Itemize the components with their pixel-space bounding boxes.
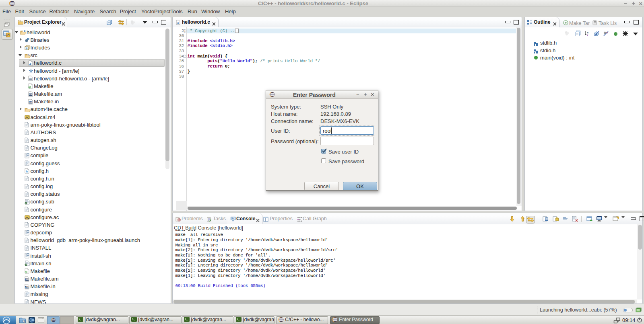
svg-text:C: C xyxy=(7,33,10,37)
svg-text:C: C xyxy=(28,53,30,55)
svg-text:AM: AM xyxy=(29,93,32,96)
svg-text:AM: AM xyxy=(29,101,32,103)
svg-text:AM: AM xyxy=(25,278,29,281)
svg-text:h: h xyxy=(26,170,28,173)
svg-text:AM: AM xyxy=(25,286,29,288)
svg-text:AC: AC xyxy=(25,116,29,119)
svg-text:h: h xyxy=(26,47,27,50)
svg-text:AC: AC xyxy=(25,216,29,219)
svg-text:C: C xyxy=(24,30,26,32)
svg-text:.c: .c xyxy=(29,62,31,65)
svg-text:010: 010 xyxy=(29,78,33,80)
svg-text:z: z xyxy=(587,34,588,37)
svg-text:a: a xyxy=(587,31,588,34)
svg-text:.c: .c xyxy=(177,21,179,24)
